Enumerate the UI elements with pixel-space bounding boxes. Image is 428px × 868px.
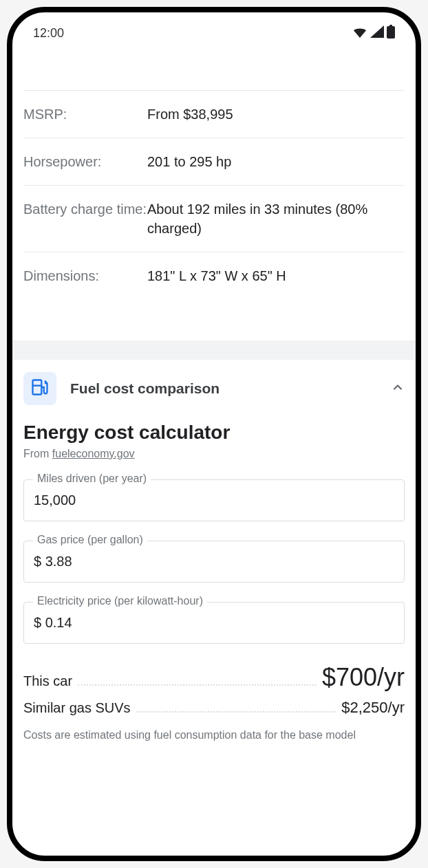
spec-value: 201 to 295 hp (147, 152, 405, 171)
gas-label: Gas price (per gallon) (33, 534, 147, 546)
result-value: $700/yr (322, 663, 405, 692)
status-time: 12:00 (33, 26, 64, 41)
spec-value: 181" L x 73" W x 65" H (147, 266, 405, 285)
result-this-car: This car $700/yr (23, 663, 405, 692)
source-link[interactable]: fueleconomy.gov (52, 448, 135, 459)
result-dots (78, 684, 317, 686)
miles-input-group: Miles driven (per year) (23, 479, 405, 521)
calculator-source: From fueleconomy.gov (23, 448, 405, 460)
electricity-input-group: Electricity price (per kilowatt-hour) (23, 602, 405, 644)
result-dots (136, 711, 336, 713)
cellular-icon (370, 25, 384, 41)
specs-table: MSRP: From $38,995 Horsepower: 201 to 29… (12, 90, 416, 299)
miles-input[interactable] (23, 479, 405, 521)
spec-row-dimensions: Dimensions: 181" L x 73" W x 65" H (23, 252, 405, 299)
fuel-header-title: Fuel cost comparison (70, 380, 377, 397)
electricity-input[interactable] (23, 602, 405, 644)
spec-label: Dimensions: (23, 266, 147, 285)
result-label: This car (23, 673, 72, 689)
result-similar: Similar gas SUVs $2,250/yr (23, 699, 405, 717)
wifi-icon (352, 25, 367, 41)
fuel-pump-icon (30, 378, 50, 400)
spec-row-msrp: MSRP: From $38,995 (23, 90, 405, 138)
svg-point-4 (45, 382, 47, 384)
svg-rect-2 (33, 380, 42, 395)
chevron-up-icon[interactable] (391, 380, 405, 397)
svg-rect-1 (389, 25, 392, 27)
spec-value: From $38,995 (147, 105, 405, 124)
spec-label: Horsepower: (23, 152, 147, 171)
spec-label: MSRP: (23, 105, 147, 124)
fuel-icon-box (23, 372, 56, 405)
status-icons (352, 25, 395, 42)
fuel-header[interactable]: Fuel cost comparison (23, 372, 405, 422)
calculator-title: Energy cost calculator (23, 422, 405, 444)
spec-label: Battery charge time: (23, 199, 147, 238)
section-divider (12, 340, 416, 360)
miles-label: Miles driven (per year) (33, 473, 151, 485)
electricity-label: Electricity price (per kilowatt-hour) (33, 595, 207, 607)
battery-icon (387, 25, 395, 42)
result-label: Similar gas SUVs (23, 700, 131, 716)
footnote: Costs are estimated using fuel consumpti… (23, 728, 405, 743)
spec-row-horsepower: Horsepower: 201 to 295 hp (23, 138, 405, 185)
gas-input-group: Gas price (per gallon) (23, 541, 405, 583)
content-area[interactable]: MSRP: From $38,995 Horsepower: 201 to 29… (12, 49, 416, 743)
gas-input[interactable] (23, 541, 405, 583)
status-bar: 12:00 (12, 12, 416, 49)
fuel-cost-section: Fuel cost comparison Energy cost calcula… (12, 360, 416, 743)
result-value: $2,250/yr (341, 699, 405, 717)
spec-value: About 192 miles in 33 minutes (80% charg… (147, 199, 405, 238)
svg-rect-0 (387, 26, 395, 39)
phone-frame: 12:00 MSRP: From $38,995 Horsepower: 201… (7, 7, 421, 861)
spec-row-battery: Battery charge time: About 192 miles in … (23, 185, 405, 252)
